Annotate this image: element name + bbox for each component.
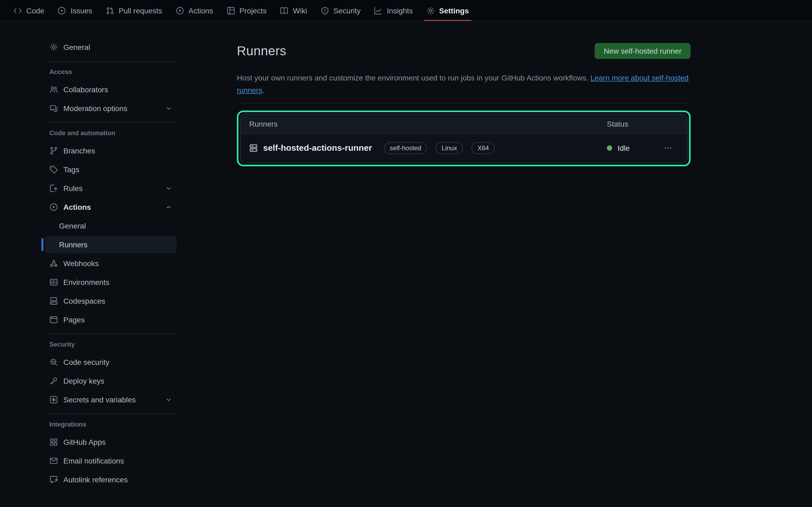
comment-discussion-icon — [49, 104, 58, 113]
sidebar-divider — [45, 122, 177, 123]
status-label: Idle — [618, 144, 630, 152]
server-icon — [49, 278, 58, 286]
sidebar-item-code-security[interactable]: Code security — [45, 353, 177, 371]
tab-security[interactable]: Security — [316, 0, 365, 21]
section-divider — [237, 103, 691, 104]
sidebar-item-branches[interactable]: Branches — [45, 142, 177, 159]
settings-sidebar: General Access Collaborators Moderation … — [45, 21, 177, 507]
sidebar-divider — [45, 334, 177, 334]
table-icon — [226, 6, 235, 15]
sidebar-item-rules[interactable]: Rules — [45, 180, 177, 197]
runner-status: Idle — [607, 144, 658, 152]
issue-opened-icon — [58, 6, 66, 15]
gear-icon — [426, 6, 435, 15]
book-icon — [280, 6, 289, 15]
key-icon — [49, 377, 58, 385]
graph-icon — [374, 6, 383, 15]
sidebar-item-environments[interactable]: Environments — [45, 274, 177, 291]
chevron-up-icon — [165, 203, 172, 211]
sidebar-section-security: Security — [49, 341, 177, 348]
sidebar-item-codespaces[interactable]: Codespaces — [45, 292, 177, 309]
runner-label-self-hosted: self-hosted — [384, 142, 427, 154]
runner-name: self-hosted-actions-runner — [263, 143, 372, 153]
apps-icon — [49, 438, 58, 446]
page-title: Runners — [237, 44, 286, 58]
chevron-down-icon — [165, 105, 172, 112]
tab-projects[interactable]: Projects — [222, 0, 271, 21]
shield-icon — [321, 6, 329, 15]
runners-table-header: Runners Status — [241, 114, 687, 133]
play-icon — [175, 6, 184, 15]
cross-reference-icon — [49, 475, 58, 484]
sidebar-item-deploy-keys[interactable]: Deploy keys — [45, 372, 177, 390]
codespaces-icon — [49, 297, 58, 305]
sidebar-item-autolink-references[interactable]: Autolink references — [45, 471, 177, 488]
tab-settings[interactable]: Settings — [421, 0, 473, 21]
people-icon — [49, 85, 58, 94]
tag-icon — [49, 165, 58, 174]
tab-label: Wiki — [293, 6, 307, 15]
sidebar-item-actions[interactable]: Actions — [45, 199, 177, 216]
play-icon — [49, 203, 58, 211]
status-idle-dot — [607, 146, 612, 151]
tab-label: Issues — [70, 6, 92, 15]
tab-actions[interactable]: Actions — [171, 0, 218, 21]
tab-label: Projects — [240, 6, 267, 15]
sidebar-item-secrets-and-variables[interactable]: Secrets and variables — [45, 391, 177, 408]
column-header-status: Status — [607, 119, 658, 128]
tab-code[interactable]: Code — [9, 0, 49, 21]
tab-issues[interactable]: Issues — [53, 0, 97, 21]
selected-item-accent-bar — [41, 238, 44, 251]
webhook-icon — [49, 259, 58, 268]
codescan-icon — [49, 358, 58, 367]
sidebar-divider — [45, 414, 177, 414]
sidebar-item-tags[interactable]: Tags — [45, 161, 177, 178]
runner-label-x64: X64 — [471, 142, 495, 154]
sidebar-item-collaborators[interactable]: Collaborators — [45, 81, 177, 98]
chevron-down-icon — [165, 184, 172, 192]
gear-icon — [49, 43, 58, 52]
runner-actions-kebab-button[interactable] — [664, 144, 672, 152]
sidebar-item-general[interactable]: General — [45, 39, 177, 56]
sidebar-item-actions-runners[interactable]: Runners — [45, 236, 177, 253]
description-suffix: . — [262, 86, 264, 95]
git-branch-icon — [49, 147, 58, 155]
repo-tab-bar: Code Issues Pull requests Actions Projec… — [0, 0, 812, 21]
agent-highlight-ring: Runners Status self-hosted-actions-runne… — [237, 111, 691, 166]
sidebar-item-webhooks[interactable]: Webhooks — [45, 255, 177, 272]
new-self-hosted-runner-button[interactable]: New self-hosted runner — [595, 43, 691, 59]
rules-icon — [49, 184, 58, 192]
runners-settings-main: Runners New self-hosted runner Host your… — [237, 21, 691, 507]
sidebar-divider — [45, 61, 177, 62]
sidebar-section-code-and-automation: Code and automation — [49, 129, 177, 137]
browser-icon — [49, 316, 58, 324]
runners-table: Runners Status self-hosted-actions-runne… — [240, 114, 688, 163]
runner-label-linux: Linux — [436, 142, 463, 154]
asterisk-box-icon — [49, 395, 58, 404]
mail-icon — [49, 457, 58, 465]
tab-label: Code — [26, 6, 44, 15]
tab-pull-requests[interactable]: Pull requests — [101, 0, 167, 21]
sidebar-item-email-notifications[interactable]: Email notifications — [45, 452, 177, 469]
tab-label: Pull requests — [119, 6, 162, 15]
tab-label: Actions — [189, 6, 213, 15]
sidebar-item-moderation-options[interactable]: Moderation options — [45, 100, 177, 117]
column-header-runners: Runners — [249, 119, 607, 128]
runner-row[interactable]: self-hosted-actions-runner self-hosted L… — [241, 133, 687, 163]
tab-label: Security — [334, 6, 361, 15]
tab-wiki[interactable]: Wiki — [275, 0, 312, 21]
kebab-horizontal-icon — [664, 144, 672, 152]
github-repo-settings-page: Code Issues Pull requests Actions Projec… — [0, 0, 812, 507]
active-tab-underline — [423, 20, 471, 21]
sidebar-item-pages[interactable]: Pages — [45, 311, 177, 328]
sidebar-item-github-apps[interactable]: GitHub Apps — [45, 434, 177, 451]
tab-insights[interactable]: Insights — [369, 0, 418, 21]
tab-label: Settings — [439, 6, 468, 15]
runners-description: Host your own runners and customize the … — [237, 72, 691, 97]
code-icon — [13, 6, 22, 15]
sidebar-section-access: Access — [49, 68, 177, 76]
tab-label: Insights — [387, 6, 413, 15]
server-rack-icon — [249, 144, 258, 152]
chevron-down-icon — [165, 396, 172, 403]
sidebar-item-actions-general[interactable]: General — [45, 217, 177, 234]
